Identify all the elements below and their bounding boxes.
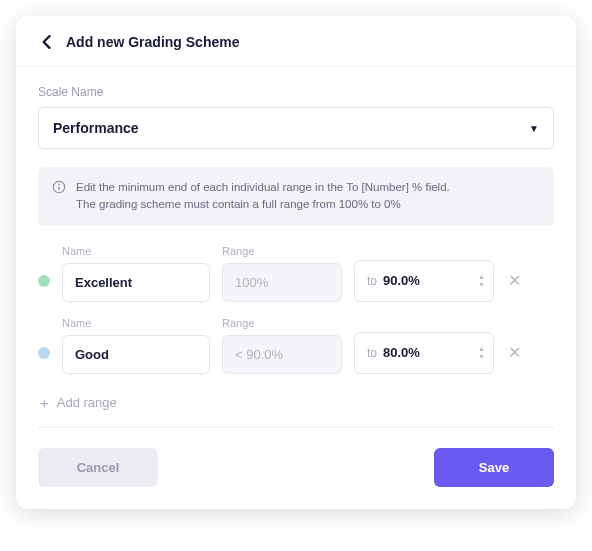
- quantity-stepper: ▲ ▼: [478, 273, 485, 289]
- range-to-wrap: to ▲ ▼: [354, 332, 494, 374]
- info-banner: Edit the minimum end of each individual …: [38, 167, 554, 226]
- range-name-input[interactable]: [62, 335, 210, 374]
- to-label: to: [367, 346, 377, 360]
- scale-name-label: Scale Name: [38, 85, 554, 99]
- remove-row-icon[interactable]: ✕: [506, 343, 523, 362]
- range-to-wrap: to ▲ ▼: [354, 260, 494, 302]
- range-col-label: Range: [222, 317, 342, 329]
- svg-rect-2: [58, 186, 59, 190]
- stepper-down-icon[interactable]: ▼: [478, 353, 485, 361]
- page-title: Add new Grading Scheme: [66, 34, 239, 50]
- name-col-label: Name: [62, 317, 210, 329]
- range-start-input: [222, 335, 342, 374]
- range-name-input[interactable]: [62, 263, 210, 302]
- modal-footer: Cancel Save: [38, 448, 554, 487]
- color-dot: [38, 275, 50, 287]
- range-row: Name Range . to ▲ ▼ ✕: [38, 242, 554, 302]
- to-label: to: [367, 274, 377, 288]
- range-col-label: Range: [222, 245, 342, 257]
- svg-point-1: [58, 184, 60, 186]
- info-icon: [52, 180, 66, 198]
- range-row: Name Range . to ▲ ▼ ✕: [38, 314, 554, 374]
- chevron-down-icon: ▼: [529, 123, 539, 134]
- cancel-button[interactable]: Cancel: [38, 448, 158, 487]
- range-to-input[interactable]: [383, 273, 439, 288]
- stepper-up-icon[interactable]: ▲: [478, 273, 485, 281]
- range-to-input[interactable]: [383, 345, 439, 360]
- back-icon[interactable]: [38, 34, 54, 50]
- modal-header: Add new Grading Scheme: [16, 16, 576, 67]
- stepper-up-icon[interactable]: ▲: [478, 345, 485, 353]
- plus-icon: +: [40, 394, 49, 411]
- quantity-stepper: ▲ ▼: [478, 345, 485, 361]
- add-range-button[interactable]: + Add range: [38, 386, 554, 428]
- range-start-input: [222, 263, 342, 302]
- modal-body: Scale Name Performance ▼ Edit the minimu…: [16, 67, 576, 509]
- grading-scheme-modal: Add new Grading Scheme Scale Name Perfor…: [16, 16, 576, 509]
- stepper-down-icon[interactable]: ▼: [478, 281, 485, 289]
- scale-name-value: Performance: [53, 120, 139, 136]
- add-range-label: Add range: [57, 395, 117, 410]
- save-button[interactable]: Save: [434, 448, 554, 487]
- remove-row-icon[interactable]: ✕: [506, 271, 523, 290]
- color-dot: [38, 347, 50, 359]
- info-text: Edit the minimum end of each individual …: [76, 179, 450, 214]
- name-col-label: Name: [62, 245, 210, 257]
- scale-name-select[interactable]: Performance ▼: [38, 107, 554, 149]
